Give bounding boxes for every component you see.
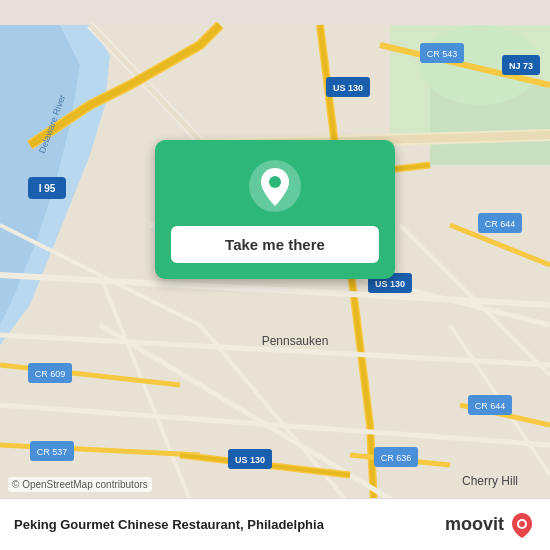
svg-text:Cherry Hill: Cherry Hill xyxy=(462,474,518,488)
svg-text:NJ 73: NJ 73 xyxy=(509,61,533,71)
svg-text:I 95: I 95 xyxy=(39,183,56,194)
copyright-text: © OpenStreetMap contributors xyxy=(8,477,152,492)
svg-text:CR 543: CR 543 xyxy=(427,49,458,59)
svg-point-60 xyxy=(519,521,525,527)
svg-text:US 130: US 130 xyxy=(375,279,405,289)
moovit-logo: moovit xyxy=(445,511,536,539)
svg-text:CR 644: CR 644 xyxy=(485,219,516,229)
location-pin-icon xyxy=(249,160,301,212)
svg-text:CR 609: CR 609 xyxy=(35,369,66,379)
svg-text:CR 636: CR 636 xyxy=(381,453,412,463)
restaurant-name: Peking Gourmet Chinese Restaurant, Phila… xyxy=(14,517,324,532)
location-card: Take me there xyxy=(155,140,395,279)
svg-text:CR 644: CR 644 xyxy=(475,401,506,411)
map-container: I 95 US 130 NJ 90 NJ 73 CR 543 US 130 CR… xyxy=(0,0,550,550)
svg-text:US 130: US 130 xyxy=(333,83,363,93)
svg-text:CR 537: CR 537 xyxy=(37,447,68,457)
moovit-pin-icon xyxy=(508,511,536,539)
svg-point-58 xyxy=(269,176,281,188)
moovit-brand-text: moovit xyxy=(445,514,504,535)
restaurant-info: Peking Gourmet Chinese Restaurant, Phila… xyxy=(14,517,324,532)
bottom-bar: Peking Gourmet Chinese Restaurant, Phila… xyxy=(0,498,550,550)
take-me-there-button[interactable]: Take me there xyxy=(171,226,379,263)
svg-text:US 130: US 130 xyxy=(235,455,265,465)
svg-text:Pennsauken: Pennsauken xyxy=(262,334,329,348)
